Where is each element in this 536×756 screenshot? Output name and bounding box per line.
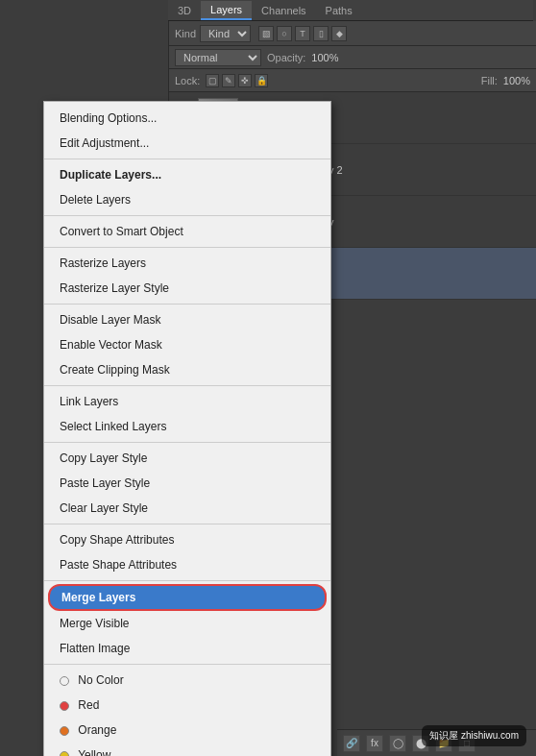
menu-blending-options[interactable]: Blending Options... [44, 106, 330, 131]
menu-merge-layers[interactable]: Merge Layers [48, 584, 327, 611]
lock-paint-icon[interactable]: ✎ [222, 74, 235, 87]
color-dot-orange [60, 726, 69, 736]
tab-channels[interactable]: Channels [252, 2, 315, 19]
menu-create-clipping-mask[interactable]: Create Clipping Mask [44, 357, 330, 382]
menu-separator [44, 664, 330, 665]
menu-copy-shape-attributes[interactable]: Copy Shape Attributes [44, 527, 330, 552]
menu-delete-layers[interactable]: Delete Layers [44, 187, 330, 212]
text-filter-icon[interactable]: T [295, 26, 310, 41]
watermark: 知识屋 zhishiwu.com [422, 725, 526, 746]
menu-color-red[interactable]: Red [44, 693, 330, 718]
kind-label: Kind [175, 28, 196, 39]
adjustment-filter-icon[interactable]: ○ [277, 26, 292, 41]
menu-duplicate-layers[interactable]: Duplicate Layers... [44, 162, 330, 187]
kind-bar: Kind Kind ▧ ○ T ▯ ◆ [169, 21, 536, 46]
menu-select-linked-layers[interactable]: Select Linked Layers [44, 414, 330, 439]
menu-paste-layer-style[interactable]: Paste Layer Style [44, 471, 330, 496]
menu-convert-smart-object[interactable]: Convert to Smart Object [44, 219, 330, 244]
opacity-value: 100% [311, 52, 338, 63]
menu-clear-layer-style[interactable]: Clear Layer Style [44, 496, 330, 521]
menu-flatten-image[interactable]: Flatten Image [44, 636, 330, 661]
mode-bar: Normal Opacity: 100% [169, 46, 536, 69]
tab-3d[interactable]: 3D [168, 2, 201, 19]
menu-separator [44, 442, 330, 443]
menu-color-orange[interactable]: Orange [44, 718, 330, 743]
menu-separator [44, 580, 330, 581]
smart-filter-icon[interactable]: ◆ [331, 26, 347, 41]
kind-icons: ▧ ○ T ▯ ◆ [258, 26, 347, 41]
menu-copy-layer-style[interactable]: Copy Layer Style [44, 446, 330, 471]
color-dot-red [60, 701, 69, 711]
add-mask-icon[interactable]: ◯ [389, 735, 406, 752]
menu-disable-layer-mask[interactable]: Disable Layer Mask [44, 307, 330, 332]
blend-mode-select[interactable]: Normal [175, 49, 261, 66]
menu-paste-shape-attributes[interactable]: Paste Shape Attributes [44, 552, 330, 577]
menu-separator [44, 385, 330, 386]
lock-transparent-icon[interactable]: ▢ [206, 74, 219, 87]
menu-edit-adjustment[interactable]: Edit Adjustment... [44, 131, 330, 156]
opacity-label: Opacity: [267, 52, 305, 63]
menu-enable-vector-mask[interactable]: Enable Vector Mask [44, 332, 330, 357]
tab-bar: 3D Layers Channels Paths [168, 0, 533, 21]
tab-layers[interactable]: Layers [201, 1, 252, 20]
tab-paths[interactable]: Paths [316, 2, 362, 19]
menu-separator [44, 304, 330, 305]
menu-separator [44, 247, 330, 248]
menu-merge-visible[interactable]: Merge Visible [44, 611, 330, 636]
menu-color-none[interactable]: No Color [44, 668, 330, 693]
menu-color-yellow[interactable]: Yellow [44, 743, 330, 756]
lock-position-icon[interactable]: ✜ [238, 74, 252, 87]
color-dot-none [60, 676, 69, 686]
color-dot-yellow [60, 751, 69, 756]
menu-separator [44, 524, 330, 524]
lock-all-icon[interactable]: 🔒 [255, 74, 268, 87]
menu-separator [44, 159, 330, 159]
menu-rasterize-layer-style[interactable]: Rasterize Layer Style [44, 276, 330, 301]
fill-label: Fill: [481, 75, 498, 86]
menu-rasterize-layers[interactable]: Rasterize Layers [44, 251, 330, 276]
lock-label: Lock: [175, 75, 200, 86]
link-layers-icon[interactable]: 🔗 [343, 735, 360, 752]
shape-filter-icon[interactable]: ▯ [313, 26, 329, 41]
pixel-filter-icon[interactable]: ▧ [258, 26, 274, 41]
context-menu: Blending Options... Edit Adjustment... D… [43, 101, 331, 756]
lock-bar: Lock: ▢ ✎ ✜ 🔒 Fill: 100% [169, 69, 536, 92]
fill-value: 100% [503, 75, 530, 86]
kind-select[interactable]: Kind [200, 25, 251, 42]
menu-separator [44, 215, 330, 216]
add-style-icon[interactable]: fx [366, 735, 383, 752]
lock-icons: ▢ ✎ ✜ 🔒 [206, 74, 268, 87]
menu-link-layers[interactable]: Link Layers [44, 389, 330, 414]
